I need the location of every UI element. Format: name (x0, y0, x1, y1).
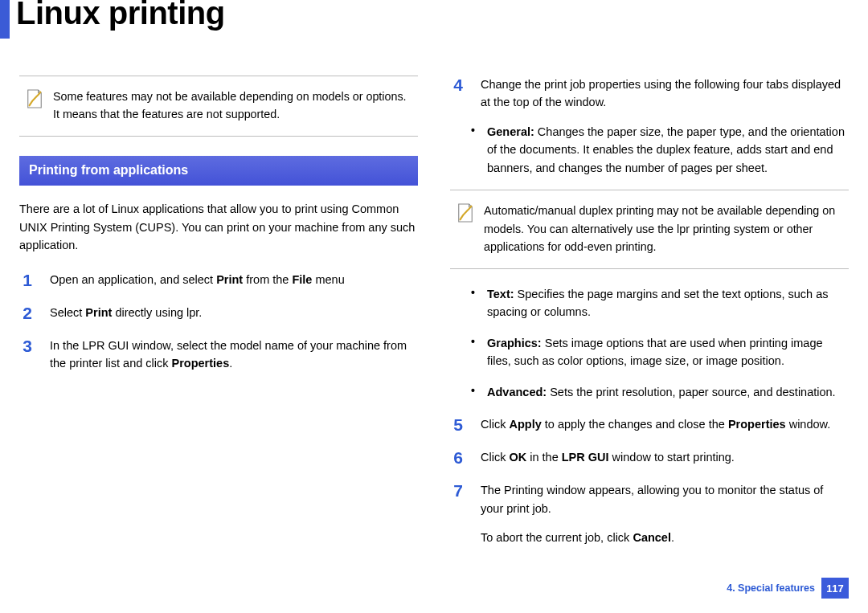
step-text: Click OK in the LPR GUI window to start … (481, 448, 849, 466)
note-text: Some features may not be available depen… (53, 88, 411, 123)
step-4: 4 Change the print job properties using … (450, 76, 849, 112)
note-text: Automatic/manual duplex printing may not… (484, 202, 842, 255)
step-1: 1 Open an application, and select Print … (19, 271, 418, 289)
right-column: 4 Change the print job properties using … (450, 76, 849, 563)
left-steps: 1 Open an application, and select Print … (19, 271, 418, 373)
step-text: Click Apply to apply the changes and clo… (481, 415, 849, 433)
step-text: In the LPR GUI window, select the model … (50, 337, 418, 373)
step-number: 5 (450, 415, 466, 434)
step4-bullets-rest: • Text: Specifies the page margins and s… (450, 285, 849, 401)
two-column-layout: Some features may not be available depen… (0, 76, 868, 563)
page-header: Linux printing (0, 0, 868, 39)
note-box: Some features may not be available depen… (19, 76, 418, 137)
page-footer: 4. Special features 117 (727, 578, 849, 599)
step-number: 6 (450, 448, 466, 467)
bullet-dot-icon: • (471, 334, 476, 350)
step-3: 3 In the LPR GUI window, select the mode… (19, 337, 418, 373)
left-column: Some features may not be available depen… (19, 76, 418, 563)
tail-paragraph: To abort the current job, click Cancel. (450, 529, 849, 546)
bullet-graphics: • Graphics: Sets image options that are … (450, 334, 849, 370)
bullet-text-tab: • Text: Specifies the page margins and s… (450, 285, 849, 321)
bullet-dot-icon: • (471, 383, 476, 399)
note-icon (26, 88, 43, 110)
page-title: Linux printing (16, 0, 225, 31)
step-number: 3 (19, 337, 35, 355)
bullet-dot-icon: • (471, 123, 476, 139)
step-7: 7 The Printing window appears, allowing … (450, 481, 849, 517)
step-number: 4 (450, 76, 466, 94)
step-5: 5 Click Apply to apply the changes and c… (450, 415, 849, 434)
step-text: The Printing window appears, allowing yo… (481, 481, 849, 517)
section-heading: Printing from applications (19, 156, 418, 186)
note-icon (457, 202, 474, 224)
step-2: 2 Select Print directly using lpr. (19, 304, 418, 322)
step-number: 1 (19, 271, 35, 289)
bullet-text: General: Changes the paper size, the pap… (487, 123, 849, 177)
step-number: 2 (19, 304, 35, 322)
step-text: Open an application, and select Print fr… (50, 271, 418, 288)
right-steps: 5 Click Apply to apply the changes and c… (450, 415, 849, 517)
bullet-text: Graphics: Sets image options that are us… (487, 334, 849, 370)
step-text: Change the print job properties using th… (481, 76, 849, 112)
step-6: 6 Click OK in the LPR GUI window to star… (450, 448, 849, 467)
bullet-dot-icon: • (471, 285, 476, 301)
footer-page-number: 117 (821, 578, 849, 599)
step4-bullets-top: • General: Changes the paper size, the p… (450, 123, 849, 177)
bullet-advanced: • Advanced: Sets the print resolution, p… (450, 383, 849, 401)
bullet-general: • General: Changes the paper size, the p… (450, 123, 849, 177)
bullet-text: Advanced: Sets the print resolution, pap… (487, 383, 849, 401)
note-box: Automatic/manual duplex printing may not… (450, 190, 849, 268)
footer-chapter: 4. Special features (727, 582, 815, 594)
header-accent-bar (0, 0, 10, 39)
document-page: Linux printing Some features may not be … (0, 0, 868, 613)
step-text: Select Print directly using lpr. (50, 304, 418, 321)
bullet-text: Text: Specifies the page margins and set… (487, 285, 849, 321)
step-number: 7 (450, 481, 466, 500)
intro-paragraph: There are a lot of Linux applications th… (19, 200, 418, 254)
